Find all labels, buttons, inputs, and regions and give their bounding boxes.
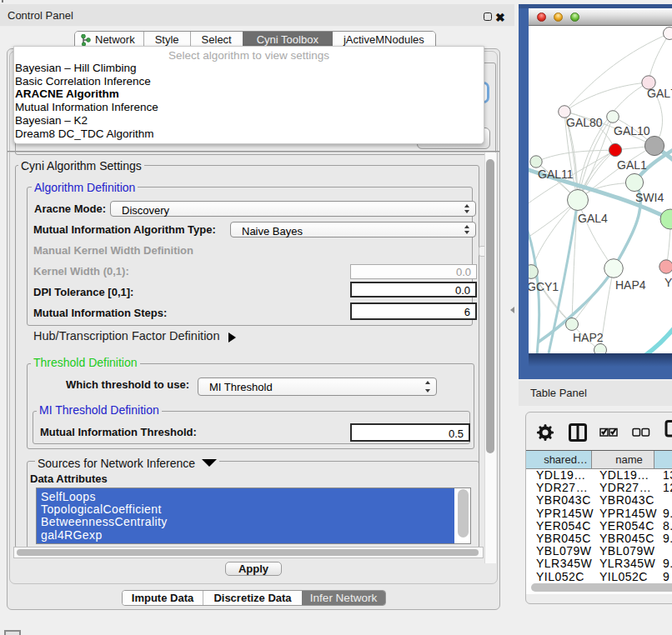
svg-text:GAL11: GAL11: [538, 168, 574, 181]
svg-text:HAP4: HAP4: [615, 278, 646, 292]
svg-text:Y: Y: [664, 276, 672, 289]
svg-text:GAL7: GAL7: [647, 87, 672, 100]
svg-text:SWI4: SWI4: [635, 191, 664, 204]
svg-text:HAP2: HAP2: [573, 331, 604, 344]
svg-text:GAL80: GAL80: [566, 116, 603, 129]
svg-text:GAL10: GAL10: [614, 124, 650, 138]
svg-text:GCY1: GCY1: [529, 280, 559, 293]
svg-text:GAL1: GAL1: [617, 158, 647, 172]
svg-text:GAL4: GAL4: [578, 212, 608, 225]
